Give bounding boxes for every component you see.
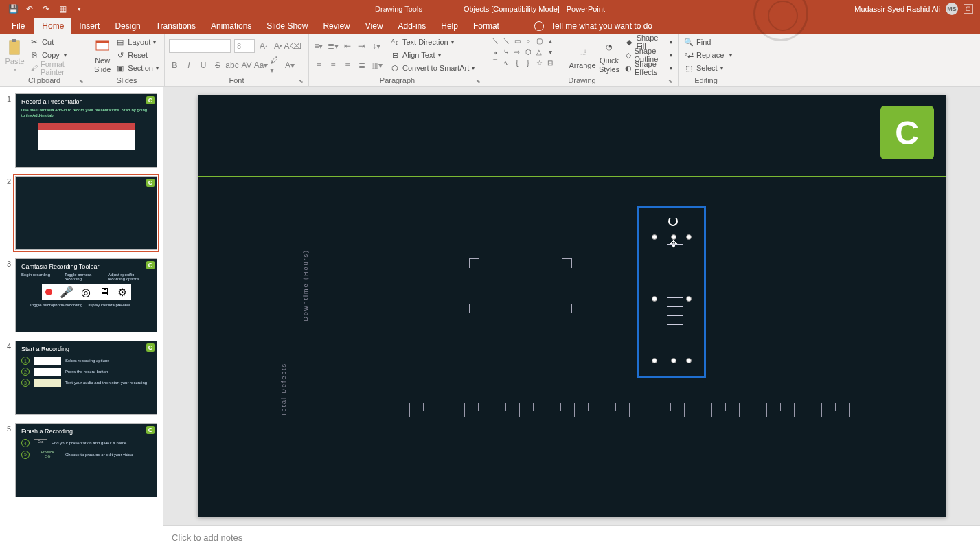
resize-handle-w[interactable] <box>652 296 657 302</box>
clipboard-launcher-icon[interactable]: ⬊ <box>78 78 84 85</box>
font-name-input[interactable] <box>169 39 231 53</box>
shape-brace-icon[interactable]: { <box>512 58 522 67</box>
align-center-icon[interactable]: ≡ <box>328 60 339 71</box>
convert-smartart-button[interactable]: ⬡Convert to SmartArt▾ <box>389 62 476 74</box>
replace-button[interactable]: ᵃ⇄Replace▾ <box>683 49 733 61</box>
section-button[interactable]: ▣Section▾ <box>114 62 160 74</box>
qat-customize-icon[interactable]: ▾ <box>74 4 84 14</box>
justify-icon[interactable]: ≣ <box>356 60 367 71</box>
selected-shape[interactable]: ✥ <box>637 206 706 378</box>
text-direction-button[interactable]: ᴬ↕Text Direction▾ <box>389 36 476 48</box>
columns-icon[interactable]: ▥▾ <box>371 60 382 71</box>
resize-handle-s[interactable] <box>671 358 676 363</box>
gallery-up-icon[interactable]: ▴ <box>545 36 555 45</box>
shape-line2-icon[interactable]: ＼ <box>501 36 511 45</box>
select-button[interactable]: ⬚Select▾ <box>683 62 733 74</box>
gallery-more-icon[interactable]: ⊟ <box>545 58 555 67</box>
shape-brace2-icon[interactable]: } <box>523 58 533 67</box>
ribbon-display-options-icon[interactable]: ▢ <box>964 4 973 14</box>
tab-addins[interactable]: Add-ins <box>391 18 434 34</box>
tab-animations[interactable]: Animations <box>203 18 259 34</box>
slide-thumbnail-4[interactable]: C Start a Recording 1Select recording op… <box>15 341 157 415</box>
shape-arrow-icon[interactable]: ↳ <box>490 47 500 56</box>
align-text-button[interactable]: ⊟Align Text▾ <box>389 49 476 61</box>
decrease-indent-icon[interactable]: ⇤ <box>342 41 353 52</box>
resize-handle-se[interactable] <box>686 358 692 363</box>
resize-handle-n[interactable] <box>671 234 676 240</box>
resize-handle-ne[interactable] <box>686 234 692 240</box>
resize-handle-e[interactable] <box>686 296 692 302</box>
drawing-launcher-icon[interactable]: ⬊ <box>667 78 674 85</box>
tab-insert[interactable]: Insert <box>71 18 107 34</box>
undo-icon[interactable]: ↶ <box>25 4 34 14</box>
decrease-font-icon[interactable]: A▾ <box>273 41 284 52</box>
align-left-icon[interactable]: ≡ <box>313 60 324 71</box>
shape-hex-icon[interactable]: ⬡ <box>523 47 533 56</box>
tab-view[interactable]: View <box>358 18 391 34</box>
new-slide-button[interactable]: New Slide <box>93 36 111 76</box>
shape-line-icon[interactable]: ＼ <box>490 36 500 45</box>
tab-transitions[interactable]: Transitions <box>148 18 203 34</box>
font-color-icon[interactable]: A▾ <box>284 60 295 71</box>
italic-icon[interactable]: I <box>183 60 194 71</box>
gallery-down-icon[interactable]: ▾ <box>545 47 555 56</box>
slide-thumbnail-2[interactable]: C <box>15 176 157 250</box>
tab-file[interactable]: File <box>4 18 34 34</box>
user-avatar[interactable]: MS <box>946 3 958 15</box>
change-case-icon[interactable]: Aa▾ <box>255 60 266 71</box>
align-right-icon[interactable]: ≡ <box>342 60 353 71</box>
shapes-gallery[interactable]: ＼ ＼ ▭ ○ ▢ ▴ ↳ ⤷ ⇨ ⬡ △ ▾ ⌒ ∿ { } ☆ ⊟ <box>490 36 566 76</box>
user-name[interactable]: Mudassir Syed Rashid Ali <box>854 5 940 13</box>
shape-tri-icon[interactable]: △ <box>534 47 544 56</box>
notes-pane[interactable]: Click to add notes <box>163 525 980 553</box>
tab-slideshow[interactable]: Slide Show <box>259 18 315 34</box>
tab-home[interactable]: Home <box>34 18 71 34</box>
character-spacing-icon[interactable]: AV <box>241 60 252 71</box>
find-button[interactable]: 🔍Find <box>683 36 733 48</box>
redo-icon[interactable]: ↷ <box>41 4 51 14</box>
strikethrough-icon[interactable]: S <box>212 60 223 71</box>
arrange-button[interactable]: ⬚ Arrange <box>570 36 595 76</box>
shape-arrow3-icon[interactable]: ⇨ <box>512 47 522 56</box>
tab-help[interactable]: Help <box>433 18 466 34</box>
reset-button[interactable]: ↺Reset <box>114 49 160 61</box>
cut-button[interactable]: Cut <box>28 36 84 48</box>
shadow-icon[interactable]: abc <box>227 60 238 71</box>
tab-design[interactable]: Design <box>107 18 148 34</box>
tab-format[interactable]: Format <box>466 18 507 34</box>
font-size-input[interactable]: 8 <box>234 39 255 53</box>
bullets-icon[interactable]: ≡▾ <box>313 41 324 52</box>
format-painter-button[interactable]: 🖌Format Painter <box>28 62 84 74</box>
slide-thumbnail-1[interactable]: C Record a Presentation Use the Camtasia… <box>15 93 157 168</box>
rotate-handle-icon[interactable] <box>668 216 678 226</box>
bold-icon[interactable]: B <box>169 60 180 71</box>
shape-star-icon[interactable]: ☆ <box>534 58 544 67</box>
shape-oval-icon[interactable]: ○ <box>523 36 533 45</box>
underline-icon[interactable]: U <box>198 60 209 71</box>
shape-wave-icon[interactable]: ∿ <box>501 58 511 67</box>
slide-canvas[interactable]: C Downtime (Hours) Total Defects ✥ <box>198 95 946 517</box>
paragraph-launcher-icon[interactable]: ⬊ <box>475 78 481 85</box>
clear-formatting-icon[interactable]: A⌫ <box>287 41 298 52</box>
font-launcher-icon[interactable]: ⬊ <box>297 78 304 85</box>
shape-rect-icon[interactable]: ▭ <box>512 36 522 45</box>
shape-roundrect-icon[interactable]: ▢ <box>534 36 544 45</box>
layout-button[interactable]: ▤Layout▾ <box>114 36 160 48</box>
paste-button[interactable]: Paste ▾ <box>4 36 25 76</box>
increase-font-icon[interactable]: A▴ <box>258 41 269 52</box>
line-spacing-icon[interactable]: ↕▾ <box>371 41 382 52</box>
shape-curve-icon[interactable]: ⌒ <box>490 58 500 67</box>
increase-indent-icon[interactable]: ⇥ <box>356 41 367 52</box>
slide-thumbnail-3[interactable]: C Camtasia Recording Toolbar Begin recor… <box>15 258 157 332</box>
slide-thumbnail-5[interactable]: C Finish a Recording 4EscEnd your presen… <box>15 423 157 497</box>
font-highlight-icon[interactable]: 🖍▾ <box>270 60 281 71</box>
numbering-icon[interactable]: ≣▾ <box>328 41 339 52</box>
tell-me-search[interactable]: Tell me what you want to do <box>534 21 652 31</box>
save-icon[interactable]: 💾 <box>8 4 18 14</box>
resize-handle-nw[interactable] <box>652 234 657 240</box>
resize-handle-sw[interactable] <box>652 358 657 363</box>
tab-review[interactable]: Review <box>315 18 357 34</box>
start-from-beginning-icon[interactable]: ▦ <box>58 4 67 14</box>
shape-arrow2-icon[interactable]: ⤷ <box>501 47 511 56</box>
quick-styles-button[interactable]: ◔ Quick Styles <box>599 36 619 76</box>
